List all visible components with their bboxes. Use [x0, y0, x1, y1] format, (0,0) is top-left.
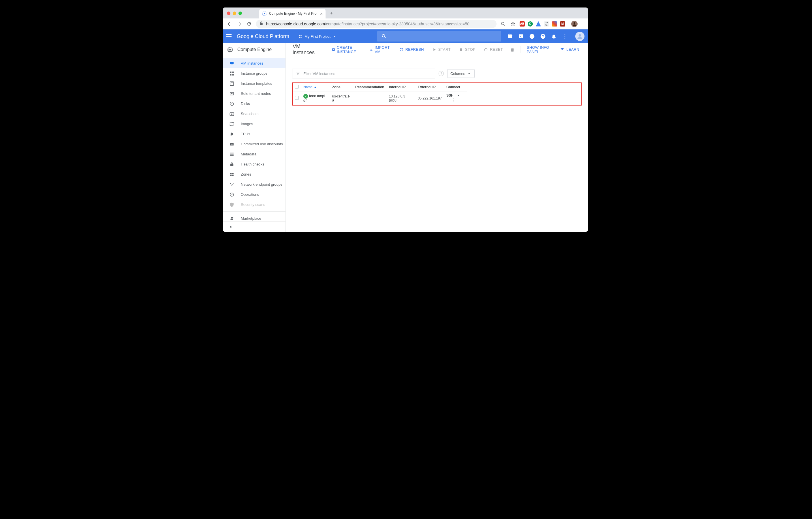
column-header-internal-ip[interactable]: Internal IP — [387, 83, 415, 91]
column-header-external-ip[interactable]: External IP — [415, 83, 444, 91]
table-row[interactable]: ✓ieee-ompi-df us-central1-a 10.128.0.3 (… — [293, 91, 467, 105]
cloud-shell-icon[interactable] — [518, 33, 524, 39]
sidebar-item-disks[interactable]: Disks — [223, 98, 286, 109]
svg-point-24 — [232, 103, 232, 104]
delete-button[interactable] — [508, 47, 517, 52]
instance-external-ip: 35.222.161.197 — [415, 91, 444, 105]
more-icon[interactable]: ⋮ — [562, 33, 568, 39]
account-avatar[interactable] — [575, 32, 584, 41]
sidebar-item-health-checks[interactable]: Health checks — [223, 159, 286, 169]
instance-internal-ip: 10.128.0.3 (nic0) — [387, 91, 415, 105]
sidebar-item-zones[interactable]: Zones — [223, 169, 286, 179]
back-button[interactable] — [225, 20, 234, 28]
ssh-button[interactable]: SSH — [446, 93, 461, 97]
nav-menu-button[interactable] — [226, 33, 233, 40]
sidebar-item-label: Metadata — [241, 152, 256, 156]
maximize-window-button[interactable] — [238, 11, 242, 15]
start-button[interactable]: START — [429, 47, 454, 52]
instance-templates-icon — [229, 81, 234, 86]
zoom-icon[interactable] — [499, 20, 508, 28]
svg-rect-1 — [264, 13, 265, 14]
forward-button[interactable] — [235, 20, 244, 28]
disks-icon — [229, 101, 234, 106]
svg-rect-13 — [230, 62, 234, 64]
sidebar-item-network-endpoint[interactable]: Network endpoint groups — [223, 179, 286, 190]
create-instance-button[interactable]: CREATE INSTANCE — [329, 45, 365, 54]
sidebar-item-security-scans[interactable]: Security scans — [223, 200, 286, 210]
bell-icon[interactable] — [551, 33, 557, 39]
column-header-recommendation[interactable]: Recommendation — [353, 83, 387, 91]
learn-button[interactable]: LEARN — [557, 47, 582, 52]
instance-zone: us-central1-a — [330, 91, 353, 105]
sidebar-item-operations[interactable]: Operations — [223, 190, 286, 200]
row-menu-button[interactable]: ⋮ — [452, 98, 456, 103]
sidebar-header[interactable]: Compute Engine — [223, 43, 286, 56]
column-header-connect[interactable]: Connect — [444, 83, 467, 91]
url-field[interactable]: https://console.cloud.google.com/compute… — [256, 20, 497, 28]
svg-rect-27 — [230, 122, 234, 125]
sidebar-item-instance-templates[interactable]: Instance templates — [223, 79, 286, 88]
favicon-icon — [262, 11, 267, 16]
main-content: VM instances CREATE INSTANCE IMPORT VM R… — [286, 43, 588, 232]
sidebar-item-sole-tenant[interactable]: Sole tenant nodes — [223, 88, 286, 98]
sidebar-item-instance-groups[interactable]: Instance groups — [223, 68, 286, 79]
minimize-window-button[interactable] — [233, 11, 236, 15]
reset-button[interactable]: RESET — [481, 47, 506, 52]
marketplace-icon — [229, 216, 234, 221]
row-checkbox[interactable] — [295, 96, 299, 100]
sidebar-collapse-button[interactable] — [223, 222, 286, 232]
status-running-icon: ✓ — [303, 94, 308, 98]
help-icon[interactable]: ? — [540, 33, 546, 39]
highlighted-table-region: Name Zone Recommendation Internal IP Ext… — [292, 83, 582, 106]
stop-button[interactable]: STOP — [456, 47, 478, 52]
trash-icon — [510, 47, 515, 52]
snapshots-icon — [229, 111, 234, 116]
project-picker[interactable]: My First Project — [297, 33, 340, 40]
svg-text:?: ? — [542, 34, 544, 38]
svg-rect-4 — [519, 34, 523, 38]
notifications-icon[interactable] — [529, 33, 535, 39]
extension-grammarly-icon[interactable]: G — [528, 21, 533, 27]
columns-button[interactable]: Columns — [447, 69, 475, 78]
extension-mendeley-icon[interactable]: M — [560, 21, 565, 27]
sidebar-item-metadata[interactable]: Metadata — [223, 149, 286, 159]
gcp-search-input[interactable] — [377, 31, 501, 41]
sidebar-item-label: Network endpoint groups — [241, 182, 283, 186]
sidebar-item-committed-use[interactable]: %Committed use discounts — [223, 139, 286, 149]
instance-groups-icon — [229, 71, 234, 76]
import-vm-button[interactable]: IMPORT VM — [367, 45, 394, 54]
instance-recommendation — [353, 91, 387, 105]
extension-abp-icon[interactable]: AB — [520, 21, 525, 27]
sidebar-item-vm-instances[interactable]: VM instances — [223, 58, 286, 68]
browser-menu-button[interactable]: ⋮ — [580, 21, 586, 27]
sidebar-item-marketplace[interactable]: Marketplace — [223, 213, 286, 222]
sidebar-item-tpus[interactable]: TPUs — [223, 129, 286, 139]
sidebar-item-label: Committed use discounts — [241, 142, 283, 146]
column-header-zone[interactable]: Zone — [330, 83, 353, 91]
column-header-name[interactable]: Name — [301, 83, 330, 91]
star-icon[interactable] — [509, 20, 517, 28]
extension-color-icon[interactable] — [552, 21, 557, 27]
svg-rect-19 — [230, 82, 234, 86]
filter-row: Filter VM instances ? Columns — [292, 68, 582, 79]
svg-rect-17 — [230, 74, 231, 75]
close-window-button[interactable] — [227, 11, 230, 15]
extension-gitzip-icon[interactable]: GitZip — [544, 21, 549, 27]
svg-rect-14 — [231, 65, 233, 65]
extension-blue-icon[interactable] — [536, 21, 541, 27]
filter-input[interactable]: Filter VM instances — [292, 68, 435, 79]
browser-tab[interactable]: Compute Engine - My First Pro × — [259, 9, 325, 19]
close-tab-button[interactable]: × — [320, 11, 323, 16]
new-tab-button[interactable]: + — [327, 9, 335, 17]
sidebar-item-images[interactable]: Images — [223, 119, 286, 129]
gift-icon[interactable] — [507, 33, 513, 39]
select-all-checkbox[interactable] — [295, 85, 299, 88]
sidebar-item-label: Health checks — [241, 162, 264, 166]
platform-title[interactable]: Google Cloud Platform — [237, 33, 289, 39]
sidebar-item-snapshots[interactable]: Snapshots — [223, 109, 286, 119]
reload-button[interactable] — [245, 20, 254, 28]
refresh-button[interactable]: REFRESH — [396, 47, 427, 52]
show-info-panel-button[interactable]: SHOW INFO PANEL — [524, 45, 555, 54]
help-icon[interactable]: ? — [439, 71, 444, 76]
profile-avatar[interactable] — [571, 21, 578, 27]
